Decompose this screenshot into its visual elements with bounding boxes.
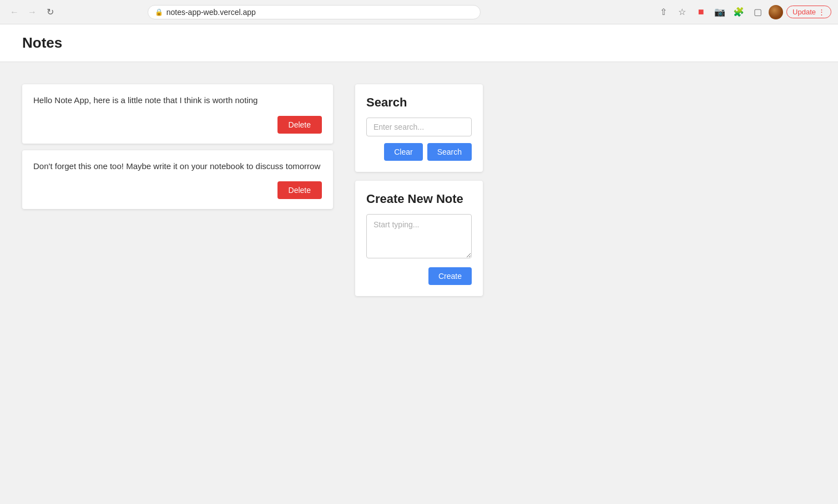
lock-icon: 🔒 [155, 8, 163, 16]
share-button[interactable]: ⇧ [655, 4, 671, 20]
puzzle-icon[interactable]: 🧩 [731, 4, 746, 20]
extension-red-icon[interactable]: ■ [693, 4, 709, 20]
create-note-panel: Create New Note Create [355, 181, 483, 296]
url-text: notes-app-web.vercel.app [166, 8, 473, 17]
search-buttons: Clear Search [366, 143, 472, 161]
window-icon[interactable]: ▢ [750, 4, 765, 20]
sidebar: Search Clear Search Create New Note Crea… [355, 84, 483, 296]
nav-buttons: ← → ↻ [7, 4, 58, 20]
update-dots: ⋮ [818, 8, 825, 16]
back-button[interactable]: ← [7, 4, 22, 20]
bookmark-button[interactable]: ☆ [674, 4, 690, 20]
delete-button[interactable]: Delete [277, 181, 322, 199]
main-content: Hello Note App, here is a little note th… [0, 62, 838, 318]
search-input[interactable] [366, 118, 472, 136]
note-footer: Delete [33, 181, 322, 199]
update-button[interactable]: Update ⋮ [786, 6, 831, 18]
avatar-image [769, 5, 783, 19]
page-title: Notes [22, 34, 816, 52]
camera-icon[interactable]: 📷 [712, 4, 728, 20]
search-panel: Search Clear Search [355, 84, 483, 172]
avatar[interactable] [769, 5, 783, 19]
delete-button[interactable]: Delete [277, 116, 322, 134]
search-panel-title: Search [366, 95, 472, 110]
create-btn-row: Create [366, 267, 472, 285]
note-footer: Delete [33, 116, 322, 134]
address-bar[interactable]: 🔒 notes-app-web.vercel.app [148, 5, 481, 19]
note-card: Don't forget this one too! Maybe write i… [22, 150, 333, 210]
note-text: Don't forget this one too! Maybe write i… [33, 160, 322, 173]
app-header: Notes [0, 24, 838, 62]
update-label: Update [792, 8, 816, 16]
browser-actions: ⇧ ☆ ■ 📷 🧩 ▢ Update ⋮ [655, 4, 831, 20]
reload-button[interactable]: ↻ [42, 4, 58, 20]
create-button[interactable]: Create [428, 267, 472, 285]
forward-button[interactable]: → [24, 4, 40, 20]
new-note-textarea[interactable] [366, 214, 472, 258]
notes-list: Hello Note App, here is a little note th… [22, 84, 333, 209]
note-text: Hello Note App, here is a little note th… [33, 94, 322, 107]
note-card: Hello Note App, here is a little note th… [22, 84, 333, 144]
clear-button[interactable]: Clear [384, 143, 422, 161]
browser-chrome: ← → ↻ 🔒 notes-app-web.vercel.app ⇧ ☆ ■ 📷… [0, 0, 838, 24]
create-note-title: Create New Note [366, 192, 472, 206]
search-button[interactable]: Search [427, 143, 472, 161]
